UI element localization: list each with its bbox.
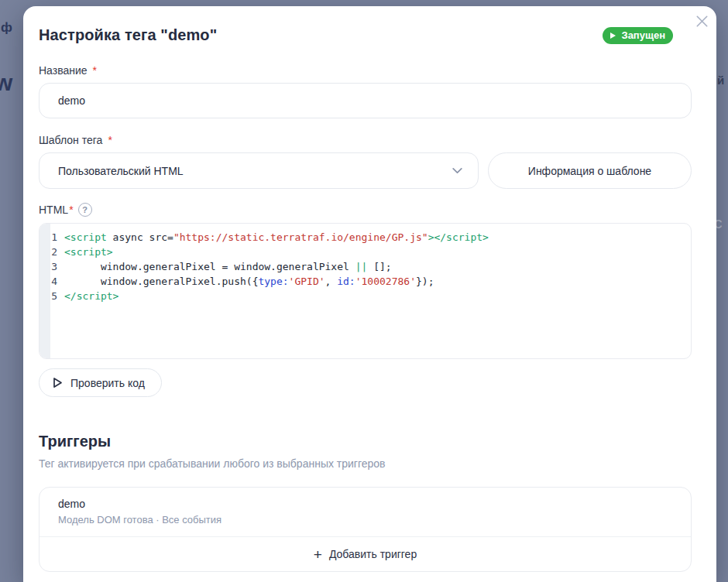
trigger-meta: Модель DOM готова · Все события	[58, 514, 672, 526]
play-icon	[609, 32, 616, 39]
code-line: 2<script>	[39, 245, 691, 259]
code-line: 1<script async src="https://static.terra…	[39, 230, 691, 245]
add-trigger-label: Добавить триггер	[329, 548, 417, 560]
name-input[interactable]	[39, 83, 692, 118]
check-code-button[interactable]: Проверить код	[39, 368, 162, 397]
template-select-value: Пользовательский HTML	[58, 165, 184, 177]
template-label-text: Шаблон тега	[39, 134, 102, 146]
dialog-title: Настройка тега "demo"	[39, 26, 217, 44]
code-line: 3 window.generalPixel = window.generalPi…	[39, 259, 691, 274]
line-number: 4	[39, 274, 57, 289]
required-asterisk: *	[93, 64, 97, 77]
code-line: 4 window.generalPixel.push({type:'GPID',…	[39, 274, 691, 289]
name-label-text: Название	[39, 64, 88, 77]
code-editor-lines: 1<script async src="https://static.terra…	[39, 230, 691, 303]
backdrop-text-fragment: й	[717, 74, 724, 87]
status-badge-label: Запущен	[621, 29, 665, 41]
template-select[interactable]: Пользовательский HTML	[39, 152, 479, 189]
trigger-name: demo	[58, 498, 672, 510]
code-line: 5</script>	[39, 289, 691, 303]
line-number: 2	[39, 245, 57, 259]
required-asterisk: *	[108, 134, 112, 146]
check-code-label: Проверить код	[70, 377, 145, 389]
line-number: 5	[39, 289, 57, 303]
required-asterisk: *	[69, 204, 73, 216]
html-code-editor[interactable]: 1<script async src="https://static.terra…	[39, 223, 692, 359]
backdrop-text-fragment: ф	[1, 20, 12, 36]
help-icon[interactable]: ?	[78, 203, 92, 217]
chevron-down-icon	[451, 164, 464, 177]
backdrop-text-fragment: w	[0, 70, 12, 96]
triggers-card: demo Модель DOM готова · Все события + Д…	[39, 487, 692, 572]
triggers-heading: Триггеры	[39, 433, 692, 450]
template-info-button[interactable]: Информация о шаблоне	[488, 152, 692, 189]
html-field-label: HTML* ?	[39, 203, 692, 217]
line-number: 1	[39, 230, 57, 245]
add-trigger-button[interactable]: + Добавить триггер	[39, 537, 691, 571]
plus-icon: +	[314, 547, 322, 562]
trigger-list-item[interactable]: demo Модель DOM готова · Все события	[39, 488, 691, 536]
triggers-description: Тег активируется при срабатывании любого…	[39, 457, 692, 470]
play-outline-icon	[53, 377, 63, 389]
html-label-text: HTML	[39, 204, 68, 216]
status-badge: Запущен	[603, 27, 673, 44]
name-field-label: Название*	[39, 64, 692, 77]
line-number: 3	[39, 259, 57, 274]
page-backdrop: ф w й с Настройка тега "demo" Запущен На…	[0, 0, 728, 582]
tag-settings-dialog: Настройка тега "demo" Запущен Название* …	[23, 6, 716, 582]
template-field-label: Шаблон тега*	[39, 134, 692, 146]
